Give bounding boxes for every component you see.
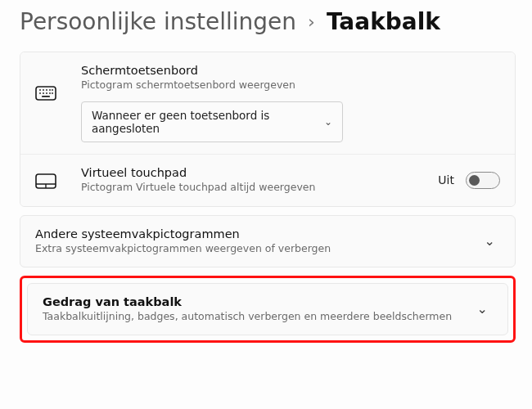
svg-point-10 <box>52 92 53 94</box>
svg-point-3 <box>46 89 47 91</box>
svg-point-4 <box>49 89 51 91</box>
behavior-desc: Taakbalkuitlijning, badges, automatisch … <box>43 310 472 323</box>
svg-point-5 <box>52 89 53 91</box>
behavior-title: Gedrag van taakbalk <box>43 295 472 308</box>
chevron-down-icon: ⌄ <box>480 233 500 249</box>
osk-dropdown[interactable]: Wanneer er geen toetsenbord is aangeslot… <box>81 101 343 142</box>
svg-point-1 <box>39 89 41 91</box>
chevron-down-icon: ⌄ <box>324 116 332 128</box>
chevron-down-icon: ⌄ <box>472 301 493 317</box>
touchpad-desc: Pictogram Virtuele touchpad altijd weerg… <box>81 181 438 194</box>
touchpad-toggle[interactable] <box>466 172 500 189</box>
svg-point-8 <box>46 92 47 94</box>
breadcrumb: Persoonlijke instellingen › Taakbalk <box>20 8 516 35</box>
svg-point-9 <box>49 92 51 94</box>
other-systray-title: Andere systeemvakpictogrammen <box>35 227 480 240</box>
taskbar-items-group: Schermtoetsenbord Pictogram schermtoetse… <box>20 52 516 207</box>
expander-taskbar-behavior[interactable]: Gedrag van taakbalk Taakbalkuitlijning, … <box>27 283 508 335</box>
svg-point-2 <box>43 89 44 91</box>
touchpad-title: Virtueel touchpad <box>81 166 438 179</box>
svg-point-7 <box>43 92 44 94</box>
expander-other-systray[interactable]: Andere systeemvakpictogrammen Extra syst… <box>20 215 516 267</box>
breadcrumb-current: Taakbalk <box>327 8 440 35</box>
svg-rect-11 <box>42 96 50 97</box>
keyboard-icon <box>35 64 81 101</box>
touchpad-icon <box>35 170 81 190</box>
svg-point-6 <box>39 92 41 94</box>
highlight-box: Gedrag van taakbalk Taakbalkuitlijning, … <box>20 276 516 343</box>
row-osk: Schermtoetsenbord Pictogram schermtoetse… <box>20 52 515 155</box>
breadcrumb-root[interactable]: Persoonlijke instellingen <box>20 8 296 35</box>
chevron-right-icon: › <box>308 11 315 32</box>
other-systray-desc: Extra systeemvakpictogrammen weergeven o… <box>35 242 480 255</box>
osk-dropdown-value: Wanneer er geen toetsenbord is aangeslot… <box>92 109 324 135</box>
row-touchpad: Virtueel touchpad Pictogram Virtuele tou… <box>20 155 515 205</box>
touchpad-toggle-label: Uit <box>438 173 454 187</box>
osk-title: Schermtoetsenbord <box>81 64 500 77</box>
osk-desc: Pictogram schermtoetsenbord weergeven <box>81 79 500 92</box>
